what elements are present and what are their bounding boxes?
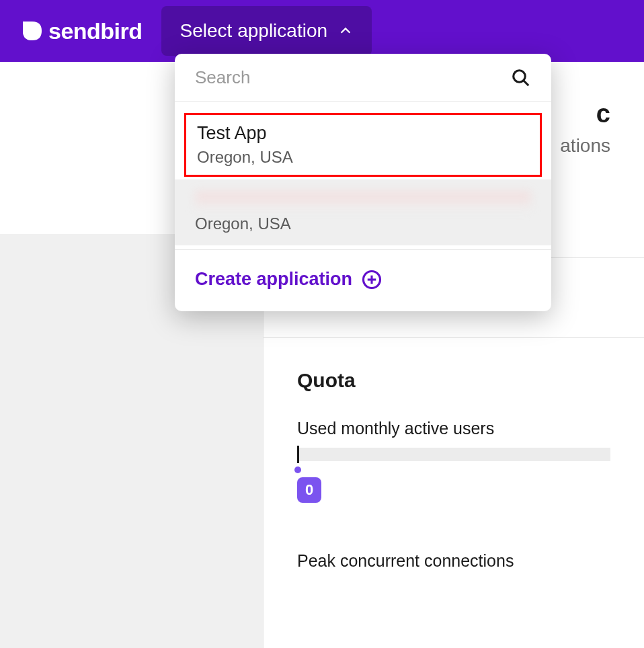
brand-logo-text: sendbird (48, 18, 143, 44)
mau-label: Used monthly active users (297, 419, 610, 438)
search-row (175, 54, 551, 102)
mau-progress (297, 448, 610, 461)
create-application-label: Create application (195, 269, 352, 290)
search-icon (511, 68, 531, 88)
app-item-location: Oregon, USA (195, 214, 531, 233)
create-application-button[interactable]: Create application (175, 249, 551, 311)
app-header: sendbird Select application (0, 0, 644, 62)
peak-connections-label: Peak concurrent connections (297, 551, 610, 571)
quota-block: Quota Used monthly active users 0 Peak c… (264, 338, 644, 571)
quota-title: Quota (297, 369, 610, 392)
progress-tick (297, 446, 299, 463)
brand-logo: sendbird (20, 18, 143, 44)
app-item-name: Test App (197, 123, 529, 144)
progress-bar (297, 448, 610, 461)
sendbird-logo-icon (20, 19, 44, 43)
plus-circle-icon (362, 270, 382, 290)
search-input[interactable] (195, 67, 511, 88)
svg-point-0 (514, 70, 526, 82)
select-application-label: Select application (180, 20, 327, 42)
select-application-button[interactable]: Select application (161, 6, 372, 56)
app-item-redacted[interactable]: Oregon, USA (175, 179, 551, 245)
application-dropdown: Test App Oregon, USA Oregon, USA Create … (175, 54, 551, 311)
app-item-location: Oregon, USA (197, 148, 529, 167)
app-item-name-redacted (195, 192, 531, 210)
app-item-test-app[interactable]: Test App Oregon, USA (184, 113, 542, 177)
chevron-up-icon (338, 24, 353, 38)
application-list: Test App Oregon, USA Oregon, USA (175, 102, 551, 245)
mau-value-badge: 0 (297, 477, 321, 503)
progress-dot (294, 467, 301, 473)
svg-line-1 (524, 80, 529, 85)
